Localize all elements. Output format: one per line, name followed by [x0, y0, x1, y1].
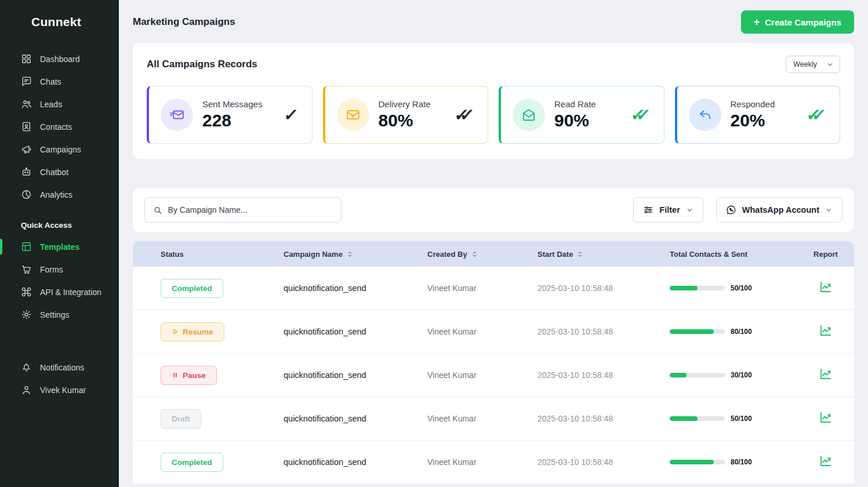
progress-label: 50/100: [731, 415, 752, 423]
contacts-progress: 80/100: [664, 458, 797, 466]
chevron-down-icon: [826, 61, 834, 68]
command-icon: [21, 286, 32, 297]
report-chart-icon[interactable]: [819, 367, 833, 381]
sidebar: Cunnekt Dashboard Chats Leads Contacts C…: [0, 0, 119, 487]
sort-icon[interactable]: [576, 250, 584, 258]
progress-fill: [670, 416, 698, 421]
contacts-progress: 50/100: [664, 284, 797, 292]
sidebar-item-label: Chats: [40, 77, 61, 86]
sidebar-item-leads[interactable]: Leads: [0, 93, 119, 115]
created-by: Vineet Kumar: [422, 284, 532, 293]
sidebar-item-label: Contacts: [40, 122, 72, 132]
responded-reply-icon: [689, 99, 721, 131]
contact-card-icon: [21, 121, 32, 132]
chatbot-icon: [21, 166, 32, 177]
plus-icon: +: [754, 17, 760, 27]
bell-icon: [21, 362, 32, 373]
sidebar-item-label: Campaigns: [40, 145, 81, 154]
sidebar-item-label: API & Integration: [40, 288, 101, 297]
created-by: Vineet Kumar: [422, 457, 532, 467]
sidebar-item-campaigns[interactable]: Campaigns: [0, 138, 119, 161]
sidebar-item-templates[interactable]: Templates: [0, 235, 119, 258]
sidebar-item-notifications[interactable]: Notifications: [0, 356, 119, 379]
search-input[interactable]: [168, 205, 333, 215]
report-chart-icon[interactable]: [819, 324, 833, 337]
table-header-row: Status Campaign Name Created By Start Da…: [133, 241, 854, 267]
whatsapp-account-button[interactable]: WhatsApp Account: [716, 197, 842, 223]
stat-value: 20%: [731, 111, 775, 130]
report-chart-icon[interactable]: [819, 454, 833, 468]
progress-fill: [670, 286, 698, 290]
sidebar-item-label: Chatbot: [40, 168, 68, 177]
stat-card-sent-messages: Sent Messages 228 ✓: [147, 86, 313, 144]
chevron-down-icon: [686, 206, 693, 214]
sidebar-item-label: Templates: [40, 242, 79, 252]
search-icon: [153, 205, 162, 215]
sidebar-item-chatbot[interactable]: Chatbot: [0, 161, 119, 183]
progress-track: [670, 329, 725, 334]
campaign-name: quicknotification_send: [278, 414, 422, 423]
forms-icon: [21, 264, 32, 275]
quick-access-heading: Quick Access: [0, 206, 119, 235]
progress-label: 50/100: [731, 284, 752, 292]
status-badge-draft: Draft: [161, 409, 201, 428]
app-logo: Cunnekt: [0, 15, 119, 29]
sidebar-item-settings[interactable]: Settings: [0, 303, 119, 326]
filter-button[interactable]: Filter: [633, 197, 703, 223]
column-report: Report: [813, 250, 838, 259]
progress-fill: [670, 329, 714, 334]
sidebar-item-api-integration[interactable]: API & Integration: [0, 281, 119, 303]
records-card-title: All Campaigns Records: [147, 59, 257, 70]
page-title: Marketing Campaigns: [133, 16, 235, 28]
dashboard-grid-icon: [21, 53, 32, 64]
table-row: Completed quicknotification_send Vineet …: [133, 441, 854, 484]
stat-label: Delivery Rate: [379, 99, 431, 109]
sidebar-item-dashboard[interactable]: Dashboard: [0, 48, 119, 70]
sidebar-item-user-profile[interactable]: Vivek Kumar: [0, 379, 119, 401]
campaign-name: quicknotification_send: [278, 370, 422, 380]
start-date: 2025-03-10 10:58:48: [532, 414, 664, 423]
stat-value: 90%: [554, 111, 596, 130]
sidebar-item-analytics[interactable]: Analytics: [0, 183, 119, 206]
resume-button[interactable]: Resume: [161, 322, 224, 341]
status-badge-completed: Completed: [161, 279, 223, 298]
report-chart-icon[interactable]: [819, 280, 833, 294]
sort-icon[interactable]: [471, 250, 478, 258]
column-campaign-name[interactable]: Campaign Name: [278, 250, 422, 259]
period-selected-value: Weekly: [793, 60, 817, 68]
user-icon: [21, 384, 32, 395]
column-created-by[interactable]: Created By: [422, 250, 532, 259]
column-start-date[interactable]: Start Date: [532, 250, 664, 259]
start-date: 2025-03-10 10:58:48: [532, 327, 664, 336]
report-chart-icon[interactable]: [819, 410, 833, 424]
period-select[interactable]: Weekly: [786, 56, 840, 73]
stat-value: 80%: [379, 111, 431, 130]
sidebar-item-chats[interactable]: Chats: [0, 70, 119, 93]
filter-sliders-icon: [643, 205, 653, 215]
progress-fill: [670, 460, 714, 464]
chat-bubble-icon: [21, 76, 32, 87]
campaign-search[interactable]: [144, 197, 342, 223]
double-check-icon: ✓✓: [805, 105, 829, 125]
contacts-progress: 50/100: [664, 415, 797, 423]
stat-card-delivery-rate: Delivery Rate 80% ✓✓: [323, 86, 489, 144]
double-check-icon: ✓✓: [630, 105, 653, 125]
campaigns-table: Status Campaign Name Created By Start Da…: [133, 241, 854, 484]
templates-icon: [21, 241, 32, 252]
sent-messages-icon: [161, 99, 193, 131]
filter-button-label: Filter: [659, 205, 680, 215]
filter-bar: Filter WhatsApp Account: [133, 188, 854, 232]
sidebar-item-forms[interactable]: Forms: [0, 258, 119, 281]
progress-track: [670, 460, 725, 464]
top-bar: Marketing Campaigns + Create Campaigns: [133, 0, 854, 34]
sidebar-item-label: Leads: [40, 100, 62, 109]
sidebar-item-label: Notifications: [40, 363, 84, 372]
sidebar-item-contacts[interactable]: Contacts: [0, 115, 119, 138]
double-check-icon: ✓✓: [453, 105, 477, 125]
progress-label: 30/100: [731, 371, 752, 379]
sort-icon[interactable]: [346, 250, 354, 258]
progress-label: 80/100: [731, 458, 752, 466]
create-campaigns-button[interactable]: + Create Campaigns: [741, 10, 854, 34]
user-name-label: Vivek Kumar: [40, 386, 86, 395]
pause-button[interactable]: Pause: [161, 366, 217, 385]
